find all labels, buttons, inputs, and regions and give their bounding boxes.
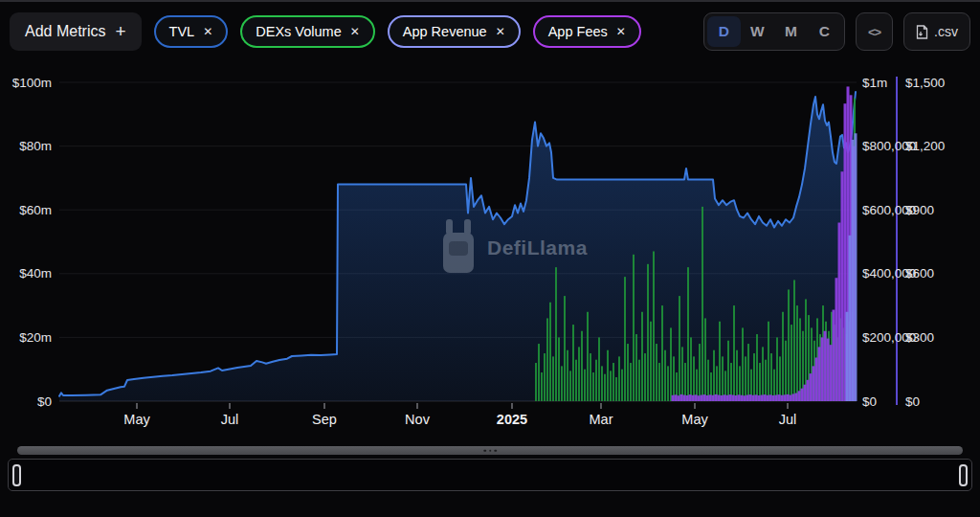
metric-pill-label: App Fees <box>548 24 608 39</box>
svg-text:$80m: $80m <box>19 139 52 153</box>
metric-pill-app-revenue[interactable]: App Revenue ✕ <box>388 15 521 48</box>
interval-button-weekly[interactable]: W <box>741 16 774 47</box>
interval-switcher: D W M C <box>703 12 845 51</box>
toolbar: Add Metrics + TVL ✕ DEXs Volume ✕ App Re… <box>0 10 980 54</box>
embed-button[interactable]: <> <box>856 12 893 51</box>
close-icon[interactable]: ✕ <box>616 25 626 38</box>
close-icon[interactable]: ✕ <box>350 25 360 38</box>
svg-text:2025: 2025 <box>497 412 527 427</box>
csv-file-icon <box>916 25 928 39</box>
interval-button-cumulative[interactable]: C <box>808 16 841 47</box>
svg-text:DefiLlama: DefiLlama <box>487 236 588 258</box>
download-csv-button[interactable]: .csv <box>903 12 970 51</box>
metric-pill-label: TVL <box>169 24 195 39</box>
brush-handle-right[interactable] <box>959 464 968 486</box>
svg-text:$0: $0 <box>37 394 52 409</box>
toolbar-right-group: D W M C <> .csv <box>703 12 970 51</box>
svg-text:$40m: $40m <box>19 266 52 281</box>
metric-pill-label: App Revenue <box>403 24 487 39</box>
svg-text:$1,200: $1,200 <box>905 139 945 153</box>
svg-text:$60m: $60m <box>19 203 52 217</box>
svg-text:May: May <box>123 412 150 427</box>
svg-text:Sep: Sep <box>312 412 337 427</box>
svg-text:$0: $0 <box>862 394 877 409</box>
add-metrics-button[interactable]: Add Metrics + <box>10 12 142 51</box>
svg-text:Jul: Jul <box>221 412 239 427</box>
svg-text:$0: $0 <box>905 394 920 409</box>
plus-icon: + <box>115 21 125 42</box>
svg-text:$100m: $100m <box>12 76 52 90</box>
add-metrics-label: Add Metrics <box>25 23 105 40</box>
close-icon[interactable]: ✕ <box>203 25 212 38</box>
chart-scrollbar[interactable] <box>17 446 963 455</box>
metric-pill-dexs-volume[interactable]: DEXs Volume ✕ <box>240 15 375 48</box>
embed-code-icon: <> <box>868 25 880 39</box>
interval-button-daily[interactable]: D <box>707 16 741 47</box>
metric-pill-tvl[interactable]: TVL ✕ <box>154 15 229 48</box>
svg-text:May: May <box>681 412 708 427</box>
brush-handle-left[interactable] <box>12 464 21 486</box>
svg-text:$1m: $1m <box>862 76 887 90</box>
svg-text:$900: $900 <box>905 203 934 217</box>
metric-pill-app-fees[interactable]: App Fees ✕ <box>533 15 641 48</box>
defillama-chart-page: $0$20m$40m$60m$80m$100m$0$200,000$400,00… <box>0 0 980 517</box>
metric-pill-label: DEXs Volume <box>256 24 341 39</box>
svg-text:Jul: Jul <box>779 412 797 427</box>
close-icon[interactable]: ✕ <box>496 25 505 38</box>
svg-text:$600: $600 <box>905 266 934 281</box>
timeline-brush[interactable] <box>8 459 972 491</box>
svg-text:$1,500: $1,500 <box>905 76 945 90</box>
interval-button-monthly[interactable]: M <box>774 16 808 47</box>
svg-text:$300: $300 <box>905 330 934 345</box>
svg-text:Mar: Mar <box>590 412 613 427</box>
chart-canvas[interactable]: $0$20m$40m$60m$80m$100m$0$200,000$400,00… <box>0 0 980 517</box>
csv-label: .csv <box>934 24 958 39</box>
scrollbar-handle-dots[interactable] <box>483 449 497 452</box>
svg-text:$20m: $20m <box>19 330 52 345</box>
svg-text:Nov: Nov <box>405 412 431 427</box>
